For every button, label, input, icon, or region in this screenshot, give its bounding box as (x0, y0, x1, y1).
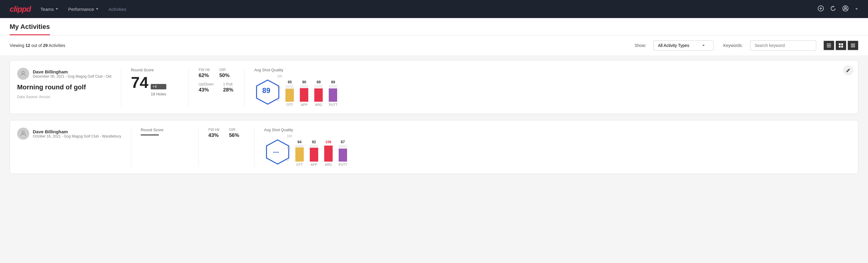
user-info: Dave Billingham December 05, 2021 - Gog … (17, 68, 111, 80)
data-source: Data Source: Arccos (17, 95, 111, 99)
bar2-ott: 94 (296, 140, 304, 162)
refresh-icon[interactable] (830, 5, 836, 13)
top-nav: clippd Teams Performance Activities (0, 0, 868, 18)
svg-rect-8 (839, 43, 841, 45)
dropdown-chevron-icon (702, 43, 706, 48)
y-axis-2: 100 50 0 (287, 135, 292, 162)
bar-ott-value: 85 (288, 80, 292, 84)
stat-row-2: FW Hit 43% GIR 56% (209, 127, 245, 139)
x-axis-labels-2: OTT APP ARG PUTT (296, 163, 347, 167)
stats-section: FW Hit 62% GIR 50% Up/Down 43% 1 Putt 28… (198, 68, 235, 107)
hexagon-value-2: ... (273, 146, 279, 155)
bar-app-wrap (300, 85, 308, 102)
nav-right (817, 5, 858, 13)
x-label-ott: OTT (285, 103, 294, 107)
user-name-2: Dave Billingham (33, 129, 121, 134)
hexagon-container: 89 100 50 0 85 (254, 75, 851, 107)
chevron-down-icon (55, 7, 59, 11)
x-label-ott-2: OTT (296, 163, 304, 167)
nav-left: clippd Teams Performance Activities (10, 4, 126, 14)
gir-stat-2: GIR 56% (229, 127, 239, 139)
round-score-section-2: Round Score (141, 127, 189, 167)
activity-card-2: Dave Billingham October 16, 2021 - Gog M… (10, 120, 858, 174)
score-placeholder (141, 135, 159, 136)
avatar (17, 68, 29, 80)
x-label-app-2: APP (310, 163, 318, 167)
gir-value-2: 56% (229, 133, 239, 139)
stat-row-top: FW Hit 62% GIR 50% (198, 68, 235, 79)
bar2-app-value: 92 (312, 140, 316, 144)
card-divider-2b (198, 127, 199, 167)
card-divider-2c (254, 127, 254, 167)
fw-hit-label-2: FW Hit (209, 127, 220, 132)
svg-rect-15 (851, 47, 855, 48)
bar2-app: 92 (310, 140, 318, 162)
fw-hit-stat-2: FW Hit 43% (209, 127, 220, 139)
add-icon[interactable] (817, 5, 824, 13)
viewing-count: 12 (26, 43, 30, 48)
viewing-suffix: Activities (48, 43, 65, 48)
card-info: Dave Billingham December 05, 2021 - Gog … (17, 68, 111, 107)
activity-type-dropdown[interactable]: All Activity Types (654, 40, 714, 51)
view-toggle-group (824, 40, 858, 50)
bar-putt-value: 89 (331, 80, 335, 84)
hexagon: 89 (254, 79, 278, 103)
viewing-middle: out of (30, 43, 43, 48)
round-score-label-2: Round Score (141, 127, 189, 132)
one-putt-value: 28% (223, 87, 234, 93)
filter-bar: Viewing 12 out of 29 Activities Show: Al… (0, 35, 868, 55)
card-divider (244, 68, 245, 107)
gir-label-2: GIR (229, 127, 239, 132)
updown-label: Up/Down (198, 82, 213, 86)
stat-row-bottom: Up/Down 43% 1 Putt 28% (198, 82, 235, 93)
bar2-ott-value: 94 (298, 140, 301, 144)
score-holes: 18 Holes (151, 92, 166, 96)
pencil-icon (846, 68, 850, 73)
list-view-button[interactable] (824, 40, 834, 50)
y-axis-50: 50 (277, 87, 282, 90)
nav-activities[interactable]: Activities (108, 7, 126, 12)
nav-performance[interactable]: Performance (68, 7, 99, 12)
gir-stat: GIR 50% (219, 68, 229, 79)
round-score-section: Round Score 74 +4 18 Holes (131, 68, 179, 107)
bar2-app-wrap (310, 145, 318, 162)
edit-button[interactable] (843, 65, 853, 76)
card-divider-2 (131, 127, 131, 167)
y-axis-50-2: 50 (287, 147, 292, 150)
card-divider (121, 68, 121, 107)
x-label-arg: ARG (314, 103, 323, 107)
keyword-search-input[interactable] (750, 40, 816, 51)
bar2-putt-fill (339, 149, 347, 162)
bar-arg-wrap (314, 85, 323, 102)
bar2-putt: 87 (339, 140, 347, 162)
nav-performance-label: Performance (68, 7, 94, 12)
user-name: Dave Billingham (33, 69, 111, 74)
bar2-arg: 106 (324, 140, 333, 162)
svg-rect-7 (827, 47, 831, 47)
svg-point-4 (844, 7, 846, 9)
avg-shot-quality-label-2: Avg Shot Quality (264, 127, 851, 132)
x-label-putt: PUTT (329, 103, 337, 107)
x-axis-labels: OTT APP ARG PUTT (285, 103, 337, 107)
logo[interactable]: clippd (10, 4, 31, 14)
compact-view-button[interactable] (847, 40, 858, 50)
activity-title: Morning round of golf (17, 83, 111, 91)
list-view-icon (827, 43, 831, 48)
updown-value: 43% (198, 87, 213, 93)
round-score-row: 74 +4 18 Holes (131, 75, 179, 96)
chart-2: 100 50 0 94 92 (296, 135, 347, 167)
chevron-down-icon (95, 7, 99, 11)
svg-point-16 (22, 71, 24, 74)
grid-view-button[interactable] (836, 40, 846, 50)
avg-shot-quality-label: Avg Shot Quality (254, 68, 851, 72)
nav-teams[interactable]: Teams (40, 7, 59, 12)
user-info-2: Dave Billingham October 16, 2021 - Gog M… (17, 127, 121, 140)
chevron-down-icon (855, 7, 858, 11)
bar-app-value: 90 (302, 80, 306, 84)
bar-arg-fill (314, 88, 323, 102)
shot-quality-chart: 100 50 0 85 90 (285, 75, 337, 107)
user-avatar-icon[interactable] (842, 5, 849, 13)
updown-stat: Up/Down 43% (198, 82, 213, 93)
chart-bars: 100 50 0 85 90 (285, 75, 337, 102)
viewing-text: Viewing 12 out of 29 Activities (10, 43, 630, 48)
